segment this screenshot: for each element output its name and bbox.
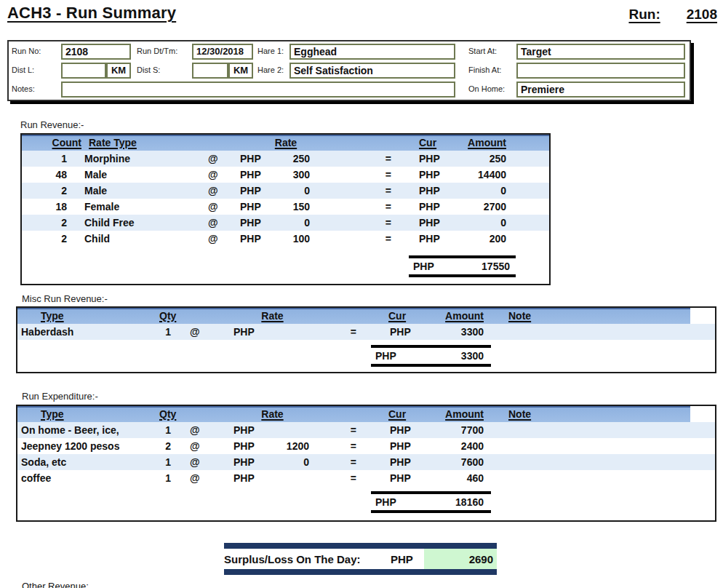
column-header-cur: Cur — [359, 310, 421, 322]
surplus-bottom-bar — [224, 569, 497, 575]
column-header-type: Type — [17, 408, 159, 420]
type-cell: Soda, etc — [17, 456, 159, 468]
equals-cell: = — [310, 153, 397, 164]
run-summary-report: { "title": "ACH3 - Run Summary", "run": … — [0, 0, 723, 588]
start-at-field[interactable]: Target — [516, 44, 685, 60]
misc-revenue-total: PHP 3300 — [371, 345, 491, 367]
column-header-rate: Rate — [207, 408, 312, 420]
equals-cell: = — [310, 217, 397, 229]
misc-revenue-header-row: Type Qty Rate Cur Amount Note — [17, 308, 690, 324]
type-cell: Child — [83, 233, 208, 245]
dist-s-label: Dist S: — [137, 65, 160, 74]
at-cell: @ — [174, 424, 207, 436]
column-header-cur: Cur — [397, 137, 442, 148]
count-cell: 1 — [22, 153, 83, 164]
column-header-count: Count — [22, 137, 83, 148]
expenditure-total: PHP 18160 — [371, 491, 491, 513]
table-row: Haberdash 1 @ PHP = PHP 3300 — [17, 324, 715, 340]
expenditure-section-label: Run Expenditure:- — [22, 391, 98, 402]
rate-cur-cell: PHP — [240, 233, 269, 245]
column-header-amount: Amount — [421, 310, 487, 322]
hare1-field[interactable]: Egghead — [289, 44, 455, 60]
table-row: Soda, etc 1 @ PHP 0 = PHP 7600 — [17, 454, 715, 470]
dist-l-field[interactable] — [61, 63, 106, 79]
at-cell: @ — [208, 169, 240, 180]
cur-cell: PHP — [397, 233, 442, 245]
rate-cur-cell: PHP — [240, 153, 269, 164]
finish-at-field[interactable] — [516, 63, 685, 79]
misc-revenue-section-label: Misc Run Revenue:- — [22, 293, 108, 304]
count-cell: 2 — [22, 217, 83, 229]
type-cell: Jeepney 1200 pesos — [17, 440, 159, 452]
run-revenue-table: Count Rate Type Rate Cur Amount 1 Morphi… — [20, 133, 551, 285]
cur-cell: PHP — [359, 440, 421, 452]
amount-cell: 7700 — [421, 424, 487, 436]
qty-cell: 1 — [159, 424, 174, 436]
run-reference: Run: 2108 — [628, 7, 717, 23]
dist-s-field[interactable] — [192, 63, 228, 79]
notes-label: Notes: — [12, 84, 35, 93]
rate-cur-cell: PHP — [207, 472, 254, 484]
type-cell: coffee — [17, 472, 159, 484]
type-cell: Female — [83, 201, 208, 212]
equals-cell: = — [312, 424, 359, 436]
rate-cur-cell: PHP — [240, 169, 269, 180]
table-row: On home - Beer, ice, 1 @ PHP = PHP 7700 — [17, 422, 715, 438]
amount-cell: 2400 — [421, 440, 487, 452]
at-cell: @ — [208, 233, 240, 245]
run-dttm-label: Run Dt/Tm: — [137, 47, 177, 55]
qty-cell: 1 — [159, 472, 174, 484]
column-header-rate: Rate — [240, 137, 310, 148]
column-header-cur: Cur — [359, 408, 421, 420]
on-home-label: On Home: — [468, 84, 505, 93]
hare2-field[interactable]: Self Satisfaction — [289, 63, 455, 79]
run-revenue-total: PHP 17550 — [409, 255, 516, 277]
rate-cell: 150 — [269, 201, 310, 212]
table-row: 18 Female @ PHP 150 = PHP 2700 — [22, 199, 549, 215]
qty-cell: 1 — [159, 456, 174, 468]
at-cell: @ — [174, 472, 207, 484]
surplus-cur: PHP — [391, 549, 424, 569]
column-header-rate-type: Rate Type — [83, 137, 208, 148]
at-cell: @ — [174, 440, 207, 452]
hare2-label: Hare 2: — [257, 65, 284, 74]
finish-at-label: Finish At: — [468, 65, 501, 74]
surplus-label: Surplus/Loss On The Day: — [224, 549, 391, 569]
rate-cur-cell: PHP — [207, 326, 254, 338]
rate-cur-cell: PHP — [240, 185, 269, 196]
at-cell: @ — [208, 185, 240, 196]
page-title: ACH3 - Run Summary — [7, 4, 176, 23]
type-cell: On home - Beer, ice, — [17, 424, 159, 436]
cur-cell: PHP — [397, 169, 442, 180]
count-cell: 48 — [22, 169, 83, 180]
run-dttm-field[interactable]: 12/30/2018 — [192, 44, 253, 60]
surplus-top-bar — [224, 543, 497, 549]
rate-cell: 300 — [269, 169, 310, 180]
qty-cell: 2 — [159, 440, 174, 452]
type-cell: Morphine — [83, 153, 208, 164]
run-number: 2108 — [687, 7, 717, 23]
run-no-label: Run No: — [12, 47, 41, 55]
rate-cell: 250 — [269, 153, 310, 164]
notes-field[interactable] — [61, 82, 455, 98]
on-home-field[interactable]: Premiere — [516, 82, 685, 98]
rate-cur-cell: PHP — [207, 440, 254, 452]
run-revenue-section-label: Run Revenue:- — [20, 119, 84, 130]
type-cell: Child Free — [83, 217, 208, 229]
cur-cell: PHP — [359, 472, 421, 484]
at-cell: @ — [208, 217, 240, 229]
column-header-note: Note — [487, 310, 690, 322]
table-row: 2 Child @ PHP 100 = PHP 200 — [22, 231, 549, 247]
total-cur: PHP — [375, 350, 396, 362]
run-no-field[interactable]: 2108 — [61, 44, 131, 60]
run-details-form: Run No: 2108 Run Dt/Tm: 12/30/2018 Hare … — [7, 40, 691, 101]
cur-cell: PHP — [397, 153, 442, 164]
amount-cell: 0 — [442, 185, 508, 196]
amount-cell: 2700 — [442, 201, 508, 212]
column-header-amount: Amount — [442, 137, 508, 148]
type-cell: Haberdash — [17, 326, 159, 338]
expenditure-table: Type Qty Rate Cur Amount Note On home - … — [16, 405, 716, 522]
table-row: 48 Male @ PHP 300 = PHP 14400 — [22, 167, 549, 183]
hare1-label: Hare 1: — [257, 47, 284, 55]
column-header-qty: Qty — [159, 310, 174, 322]
